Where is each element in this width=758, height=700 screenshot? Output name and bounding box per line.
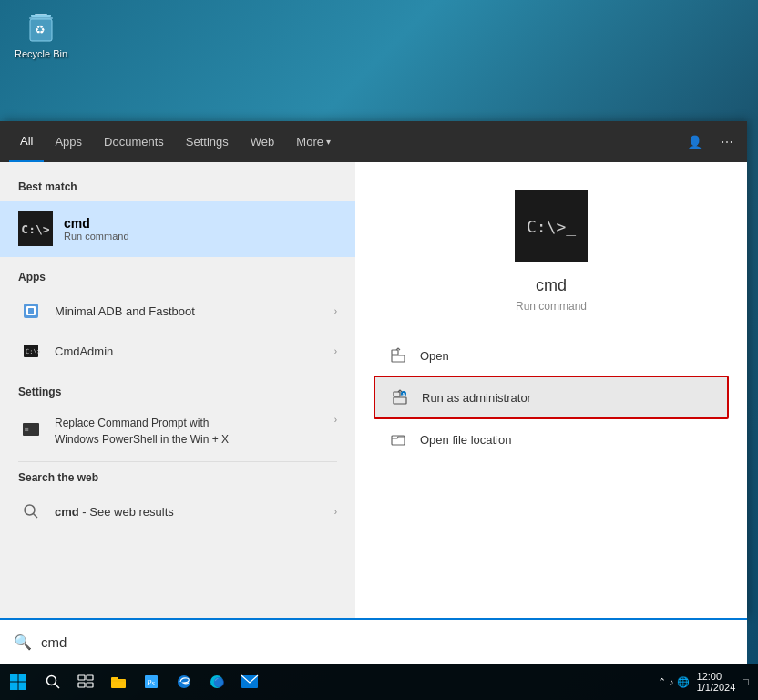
svg-text:Ps: Ps [146, 678, 155, 687]
search-input[interactable] [41, 634, 733, 650]
file-explorer-taskbar-icon[interactable] [102, 664, 135, 700]
svg-rect-23 [19, 674, 27, 682]
tab-bar-actions: 👤 ⋯ [682, 130, 738, 154]
best-match-info: cmd Run command [64, 216, 129, 242]
svg-rect-8 [28, 308, 34, 314]
search-bar-icon: 🔍 [14, 633, 32, 651]
app-item-cmdadmin[interactable]: C:\> CmdAdmin › [0, 331, 355, 371]
action-run-as-admin-label: Run as administrator [422, 391, 531, 405]
system-tray: ⌃ ♪ 🌐 [658, 676, 690, 688]
photos-taskbar-icon[interactable]: Ps [135, 664, 168, 700]
start-menu: All Apps Documents Settings Web More ▾ 👤… [0, 121, 747, 618]
recycle-bin-icon[interactable]: ♻ Recycle Bin [9, 9, 73, 59]
recycle-bin-label: Recycle Bin [15, 48, 67, 59]
svg-rect-29 [87, 675, 93, 680]
tab-settings[interactable]: Settings [175, 121, 240, 162]
svg-rect-22 [10, 674, 18, 682]
search-web-icon [18, 499, 44, 524]
admin-icon: A [389, 386, 411, 408]
web-section-title: Search the web [0, 467, 355, 491]
chevron-icon-2: › [334, 346, 337, 356]
svg-text:A: A [402, 392, 405, 397]
search-bar: 🔍 [0, 618, 747, 664]
svg-rect-18 [394, 397, 406, 404]
divider-1 [18, 376, 337, 376]
open-icon [387, 345, 409, 366]
store-taskbar-icon[interactable]: 🔵 [200, 664, 233, 700]
svg-rect-16 [392, 355, 405, 362]
taskbar-search-icon[interactable] [36, 664, 69, 700]
best-match-app-name: cmd [64, 216, 129, 231]
app-item-minimal-adb[interactable]: Minimal ADB and Fastboot › [0, 291, 355, 331]
clock: 12:001/1/2024 [697, 671, 736, 693]
recycle-bin-graphic: ♻ [23, 9, 59, 46]
app-name-minimal-adb: Minimal ADB and Fastboot [55, 304, 334, 318]
svg-rect-31 [87, 683, 93, 687]
taskbar: Ps 🔵 ⌃ ♪ 🌐 12:001/1/ [0, 664, 758, 700]
app-name-cmdadmin: CmdAdmin [55, 345, 334, 358]
svg-text:♻: ♻ [35, 23, 46, 36]
svg-rect-28 [78, 675, 85, 680]
svg-rect-1 [35, 14, 47, 15]
chevron-icon-4: › [334, 507, 337, 517]
tab-all[interactable]: All [9, 121, 44, 162]
svg-rect-25 [19, 683, 27, 691]
best-match-app-type: Run command [64, 231, 129, 242]
divider-2 [18, 461, 337, 462]
mail-taskbar-icon[interactable] [233, 664, 266, 700]
svg-line-14 [34, 514, 38, 519]
svg-rect-24 [10, 683, 18, 691]
action-open-file-location[interactable]: Open file location [374, 419, 729, 459]
svg-line-27 [55, 684, 59, 688]
tab-apps[interactable]: Apps [44, 121, 93, 162]
cmd-app-icon: C:\> [18, 211, 53, 246]
file-location-icon [387, 428, 409, 450]
settings-section-title: Settings [0, 381, 355, 406]
action-run-as-admin[interactable]: A Run as administrator [374, 376, 729, 419]
more-chevron-icon: ▾ [326, 137, 331, 147]
svg-text:≡: ≡ [25, 426, 29, 434]
taskview-icon[interactable] [69, 664, 102, 700]
right-app-name: cmd [536, 276, 567, 295]
edge-taskbar-icon[interactable] [168, 664, 200, 700]
start-button[interactable] [0, 664, 36, 700]
svg-rect-15 [392, 350, 398, 355]
tab-more[interactable]: More ▾ [285, 121, 342, 162]
chevron-icon: › [334, 306, 337, 316]
svg-text:🔵: 🔵 [213, 676, 225, 688]
svg-point-26 [47, 676, 56, 685]
web-search-item[interactable]: cmd - See web results › [0, 491, 355, 531]
svg-rect-17 [394, 392, 400, 396]
app-icon-minimal-adb [18, 298, 44, 324]
tab-bar: All Apps Documents Settings Web More ▾ 👤… [0, 121, 747, 162]
tab-web[interactable]: Web [240, 121, 286, 162]
svg-rect-30 [78, 683, 85, 687]
taskbar-right: ⌃ ♪ 🌐 12:001/1/2024 □ [658, 671, 758, 693]
svg-point-13 [25, 505, 35, 515]
settings-icon-powershell: ≡ [18, 417, 44, 442]
action-open-file-location-label: Open file location [420, 433, 511, 447]
tab-documents[interactable]: Documents [93, 121, 175, 162]
left-panel: Best match C:\> cmd Run command Apps [0, 162, 355, 618]
settings-text-powershell: Replace Command Prompt withWindows Power… [55, 415, 334, 448]
right-panel: C:\>_ cmd Run command Open [355, 162, 747, 618]
svg-text:C:\>: C:\> [26, 348, 40, 355]
person-icon[interactable]: 👤 [682, 130, 707, 154]
right-app-icon: C:\>_ [515, 190, 588, 262]
chevron-icon-3: › [334, 415, 337, 425]
best-match-title: Best match [0, 176, 355, 201]
action-open[interactable]: Open [374, 335, 729, 376]
action-open-label: Open [420, 349, 449, 363]
results-area: Best match C:\> cmd Run command Apps [0, 162, 747, 618]
app-icon-cmdadmin: C:\> [18, 338, 44, 364]
best-match-item[interactable]: C:\> cmd Run command [0, 201, 355, 257]
ellipsis-icon[interactable]: ⋯ [716, 130, 738, 154]
settings-item-powershell[interactable]: ≡ Replace Command Prompt withWindows Pow… [0, 406, 355, 457]
apps-section-title: Apps [0, 266, 355, 291]
web-search-text: cmd - See web results [55, 505, 334, 519]
notification-icon[interactable]: □ [743, 676, 749, 687]
right-app-type: Run command [516, 300, 587, 313]
desktop: ♻ Recycle Bin All Apps Documents Setting… [0, 0, 758, 700]
